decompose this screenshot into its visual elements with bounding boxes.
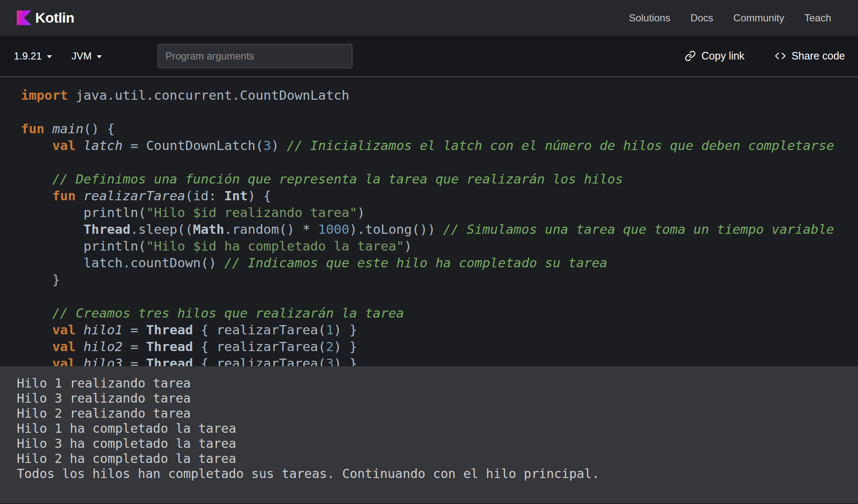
code-token [76,356,84,366]
header-nav: SolutionsDocsCommunityTeach [629,12,831,24]
console-line: Hilo 2 realizando tarea [17,406,858,421]
code-line: fun realizarTarea(id: Int) { [21,187,858,204]
code-line: // Creamos tres hilos que realizarán la … [21,305,858,321]
kotlin-version-dropdown[interactable]: 1.9.21 [14,50,52,62]
share-code-label: Share code [791,50,845,62]
site-header: Kotlin SolutionsDocsCommunityTeach [0,0,858,36]
code-token: 3 [264,138,271,153]
program-arguments-input[interactable] [158,44,352,68]
code-token [21,356,52,366]
code-token [21,222,83,237]
code-token: = [123,322,146,337]
code-token: } [21,272,60,287]
code-token: val [52,339,76,354]
code-token: fun [21,121,44,136]
code-token: hilo1 [83,322,122,337]
code-token: val [52,322,76,337]
kotlin-logo[interactable]: Kotlin [17,10,74,26]
nav-item-community[interactable]: Community [734,12,784,24]
code-token: 1000 [318,222,349,237]
code-token: // Indicamos que este hilo ha completado… [224,255,607,270]
output-console: Hilo 1 realizando tareaHilo 3 realizando… [0,366,858,503]
code-token: 2 [326,339,334,354]
nav-item-solutions[interactable]: Solutions [629,12,670,24]
code-token: Math [193,222,225,237]
code-token: { realizarTarea( [193,339,326,354]
code-line: Thread.sleep((Math.random() * 1000).toLo… [21,221,858,238]
code-token: // Definimos una función que representa … [52,171,623,186]
console-line: Hilo 3 ha completado la tarea [17,436,858,451]
platform-dropdown[interactable]: JVM [72,50,102,62]
code-token: val [52,356,76,366]
nav-item-teach[interactable]: Teach [804,12,831,24]
code-token: java.util.concurrent.CountDownLatch [68,88,349,103]
code-token: ) } [334,322,357,337]
code-token [21,138,52,153]
code-token: Int [224,188,248,203]
code-token: { realizarTarea( [193,356,326,366]
code-token: import [21,88,68,103]
link-icon [685,50,696,62]
code-token: hilo2 [83,339,122,354]
code-token: ) { [248,188,271,203]
code-token: println( [21,205,146,220]
code-token: val [52,138,76,153]
code-token: 3 [326,356,334,366]
code-token: println( [21,238,146,253]
code-token [21,339,52,354]
code-line: val hilo2 = Thread { realizarTarea(2) } [21,338,858,355]
console-line: Hilo 1 realizando tarea [17,376,858,391]
chevron-down-icon [97,55,102,58]
code-token: { realizarTarea( [193,322,326,337]
kotlin-logo-icon [17,10,31,25]
code-token: Thread [146,356,193,366]
console-line: Hilo 3 realizando tarea [17,391,858,406]
code-token [76,138,84,153]
kotlin-version-value: 1.9.21 [14,50,42,62]
code-token: "Hilo $id ha completado la tarea" [146,238,404,253]
code-line [21,154,858,171]
code-token [44,121,52,136]
brand-name: Kotlin [35,10,74,26]
code-token: // Creamos tres hilos que realizarán la … [52,305,404,320]
code-token: latch [83,138,122,153]
code-line: fun main() { [21,120,858,137]
code-token [21,305,52,320]
code-token: ) } [334,339,357,354]
console-line: Todos los hilos han completado sus tarea… [17,466,858,481]
code-token: // Simulamos una tarea que toma un tiemp… [443,222,834,237]
code-token: = [123,356,146,366]
code-token: hilo3 [83,356,122,366]
code-brackets-icon [775,50,786,62]
code-token: (id: [185,188,224,203]
code-token: // Inicializamos el latch con el número … [287,138,834,153]
platform-value: JVM [72,50,92,62]
code-token [76,188,84,203]
code-line: latch.countDown() // Indicamos que este … [21,254,858,271]
code-token: ) [357,205,365,220]
share-code-button[interactable]: Share code [775,50,845,62]
code-token: ) [271,138,287,153]
code-line: val hilo1 = Thread { realizarTarea(1) } [21,321,858,338]
code-token [76,339,84,354]
code-token: "Hilo $id realizando tarea" [146,205,357,220]
code-token [21,171,52,186]
code-token [76,322,84,337]
code-token: main [52,121,84,136]
chevron-down-icon [47,55,52,58]
code-editor[interactable]: import java.util.concurrent.CountDownLat… [0,77,858,366]
nav-item-docs[interactable]: Docs [690,12,713,24]
code-token: () { [83,121,115,136]
code-token: = CountDownLatch( [123,138,264,153]
copy-link-button[interactable]: Copy link [685,50,744,62]
code-token [21,322,52,337]
code-token: Thread [146,322,193,337]
code-line [21,288,858,305]
code-token: .sleep(( [130,222,193,237]
copy-link-label: Copy link [701,50,744,62]
code-token: Thread [146,339,193,354]
code-line: import java.util.concurrent.CountDownLat… [21,87,858,103]
code-token: ) } [334,356,357,366]
console-line: Hilo 2 ha completado la tarea [17,451,858,466]
code-line: println("Hilo $id ha completado la tarea… [21,238,858,254]
